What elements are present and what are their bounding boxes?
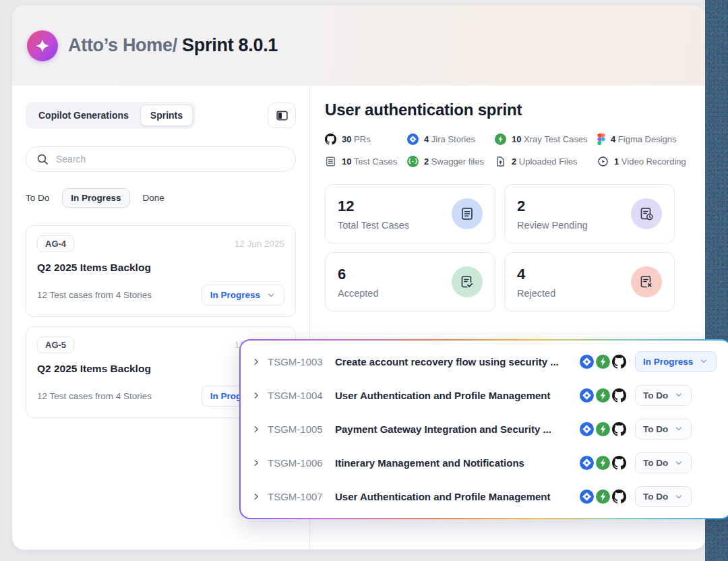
stat-figma-designs: 4 Figma Designs [597,134,690,145]
view-tabs: Copilot Generations Sprints [26,102,195,129]
summary-accepted: 6 Accepted [325,252,495,312]
table-row[interactable]: TSGM-1003 Create account recovery flow u… [251,345,720,378]
row-status-dropdown[interactable]: To Do [635,452,692,473]
summary-value: 2 [517,198,588,215]
expand-row-button[interactable] [251,424,268,434]
row-source-icons [580,388,626,403]
jira-icon [580,388,594,403]
chevron-right-icon [251,492,262,502]
filter-todo[interactable]: To Do [26,193,49,203]
row-title: User Authentication and Profile Manageme… [335,491,580,502]
chevron-down-icon [674,492,684,502]
chevron-right-icon [251,357,262,367]
table-row[interactable]: TSGM-1006 Itinerary Management and Notif… [251,446,720,480]
expand-row-button[interactable] [251,492,268,502]
row-id: TSGM-1003 [268,356,335,367]
table-row[interactable]: TSGM-1007 User Authentication and Profil… [251,480,720,514]
tab-sprints[interactable]: Sprints [140,105,193,126]
row-title: Itinerary Management and Notifications [335,457,580,469]
jira-icon [407,134,419,145]
chevron-right-icon [251,458,262,468]
jira-icon [580,490,594,504]
row-status-cell: To Do [635,385,720,406]
atto-logo[interactable] [27,30,58,61]
chevron-down-icon [699,357,708,366]
summary-cards: 12 Total Test Cases 2 Review Pending [325,184,675,312]
expand-row-button[interactable] [251,390,268,401]
sidebar-toolbar: Copilot Generations Sprints [26,102,296,129]
row-status-cell: To Do [635,419,720,440]
row-source-icons [580,490,626,504]
card-title: Q2 2025 Items Backlog [37,262,284,274]
stat-uploaded-files: 2 Uploaded Files [495,156,597,167]
summary-total-test-cases: 12 Total Test Cases [325,184,495,243]
chevron-down-icon [674,424,684,434]
card-status-dropdown[interactable]: In Progress [202,285,284,305]
summary-label: Total Test Cases [338,220,409,231]
github-icon [612,388,626,403]
stat-xray-test-cases: 10 Xray Test Cases [495,134,597,145]
jira-icon [580,422,594,436]
test-cases-list: TSGM-1003 Create account recovery flow u… [241,341,728,518]
sparkle-icon [34,38,51,53]
card-status-label: In Progress [210,290,260,300]
app-header: Atto’s Home/ Sprint 8.0.1 [12,5,706,86]
row-status-cell: To Do [635,486,720,507]
row-id: TSGM-1005 [268,423,335,435]
page-title: Sprint 8.0.1 [177,35,278,55]
row-source-icons [580,422,626,436]
row-id: TSGM-1006 [268,457,335,469]
row-status-dropdown[interactable]: In Progress [635,351,717,372]
row-title: User Authentication and Profile Manageme… [335,390,580,401]
filter-done[interactable]: Done [143,193,164,203]
expand-row-button[interactable] [251,357,268,367]
sprint-card-ag4[interactable]: AG-4 12 Jun 2025 Q2 2025 Items Backlog 1… [26,225,296,317]
summary-review-pending: 2 Review Pending [504,184,675,243]
jira-icon [580,355,594,369]
search-input[interactable] [56,154,285,165]
card-id-badge: AG-5 [37,336,74,353]
filter-in-progress[interactable]: In Progress [62,188,129,208]
collapse-panel-button[interactable] [268,102,296,128]
row-status-cell: To Do [635,452,720,473]
xray-icon [596,490,610,504]
summary-label: Rejected [517,288,555,299]
github-icon [612,456,626,470]
swagger-icon [407,156,419,167]
xray-icon [596,388,610,403]
row-status-dropdown[interactable]: To Do [635,486,692,507]
document-check-icon [452,266,483,297]
table-row[interactable]: TSGM-1005 Payment Gateway Integration an… [251,412,720,446]
sprint-title: User authentication sprint [325,100,690,119]
figma-icon [597,134,605,145]
summary-label: Review Pending [517,220,588,231]
sprint-stats: 30 PRs 4 Jira Stories 10 Xray Test Cases… [325,134,690,167]
tab-copilot-generations[interactable]: Copilot Generations [28,105,139,126]
stat-test-cases: 10 Test Cases [325,156,407,167]
expand-row-button[interactable] [251,458,268,468]
xray-icon [596,422,610,436]
card-header: AG-4 12 Jun 2025 [37,235,284,252]
chevron-right-icon [251,424,262,434]
search-icon [36,153,49,165]
chevron-right-icon [251,390,262,401]
breadcrumb-home[interactable]: Atto’s Home/ [68,35,177,55]
github-icon [612,490,626,504]
stat-jira-stories: 4 Jira Stories [407,134,495,145]
row-status-label: To Do [643,390,668,401]
row-status-label: In Progress [643,357,693,367]
chevron-down-icon [674,459,684,468]
xray-icon [495,134,506,145]
card-id-badge: AG-4 [37,235,74,252]
xray-icon [596,355,610,369]
row-status-dropdown[interactable]: To Do [635,385,692,406]
stat-swagger-files: 2 Swagger files [407,156,495,167]
card-subtitle: 12 Test cases from 4 Stories [37,391,152,401]
row-status-dropdown[interactable]: To Do [635,419,692,440]
search-bar [26,146,296,172]
stat-prs: 30 PRs [325,134,407,145]
row-id: TSGM-1004 [268,390,335,401]
video-recording-icon [597,156,609,167]
table-row[interactable]: TSGM-1004 User Authentication and Profil… [251,378,720,412]
chevron-down-icon [674,390,684,400]
